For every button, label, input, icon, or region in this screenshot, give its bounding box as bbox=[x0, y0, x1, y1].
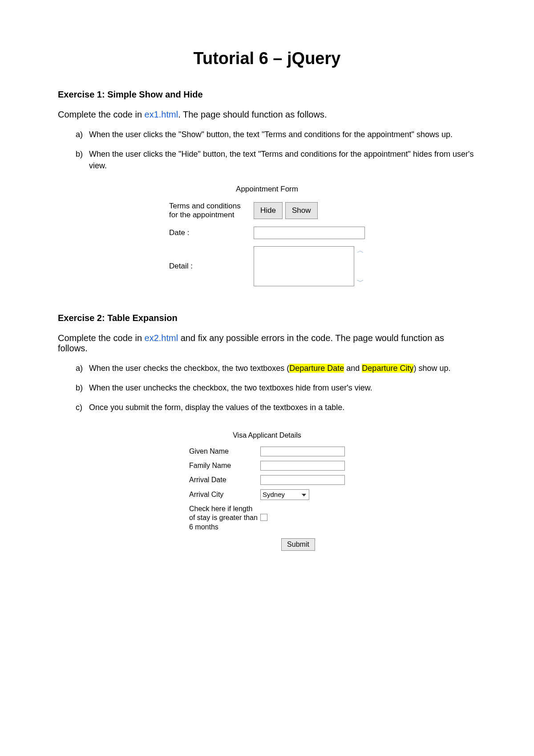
arrival-city-label: Arrival City bbox=[189, 491, 260, 499]
text-part: ) show up. bbox=[413, 364, 450, 373]
appointment-form-title: Appointment Form bbox=[169, 185, 365, 194]
visa-form-title: Visa Applicant Details bbox=[189, 431, 345, 439]
exercise1-intro-after: . The page should function as follows. bbox=[178, 110, 327, 119]
list-item: a) When the user checks the checkbox, th… bbox=[76, 362, 476, 374]
arrival-date-input[interactable] bbox=[260, 475, 345, 485]
submit-button[interactable]: Submit bbox=[281, 538, 315, 551]
visa-form: Visa Applicant Details Given Name Family… bbox=[189, 431, 345, 551]
show-button[interactable]: Show bbox=[285, 202, 318, 219]
text-part: and bbox=[344, 364, 362, 373]
exercise2-heading: Exercise 2: Table Expansion bbox=[58, 313, 476, 323]
list-item: b) When the user unchecks the checkbox, … bbox=[76, 382, 476, 394]
list-text: Once you submit the form, display the va… bbox=[89, 403, 344, 412]
text-part: When the user checks the checkbox, the t… bbox=[89, 364, 289, 373]
list-marker: a) bbox=[76, 362, 83, 374]
terms-row: Terms and conditions for the appointment… bbox=[169, 202, 365, 219]
page-title: Tutorial 6 – jQuery bbox=[58, 49, 476, 68]
date-label: Date : bbox=[169, 228, 254, 237]
list-text: When the user clicks the "Hide" button, … bbox=[89, 150, 473, 170]
arrival-date-row: Arrival Date bbox=[189, 475, 345, 485]
ex1-link[interactable]: ex1.html bbox=[145, 110, 178, 119]
list-text: When the user clicks the "Show" button, … bbox=[89, 130, 453, 139]
detail-row: Detail : ︿ ﹀ bbox=[169, 246, 365, 286]
scroll-down-icon[interactable]: ﹀ bbox=[356, 277, 365, 286]
arrival-city-row: Arrival City Sydney bbox=[189, 489, 345, 500]
family-name-label: Family Name bbox=[189, 462, 260, 470]
exercise2-intro: Complete the code in ex2.html and fix an… bbox=[58, 333, 476, 354]
detail-label: Detail : bbox=[169, 262, 254, 271]
list-item: c) Once you submit the form, display the… bbox=[76, 402, 476, 413]
given-name-label: Given Name bbox=[189, 447, 260, 455]
stay-check-row: Check here if length of stay is greater … bbox=[189, 504, 345, 532]
list-item: b) When the user clicks the "Hide" butto… bbox=[76, 148, 476, 171]
stay-checkbox[interactable] bbox=[260, 514, 267, 521]
arrival-city-value: Sydney bbox=[263, 491, 285, 498]
appointment-form: Appointment Form Terms and conditions fo… bbox=[169, 185, 365, 286]
scroll-up-icon[interactable]: ︿ bbox=[356, 246, 365, 255]
exercise1-heading: Exercise 1: Simple Show and Hide bbox=[58, 89, 476, 100]
list-marker: b) bbox=[76, 382, 83, 394]
given-name-row: Given Name bbox=[189, 447, 345, 456]
ex2-link[interactable]: ex2.html bbox=[145, 333, 178, 343]
list-text: When the user unchecks the checkbox, the… bbox=[89, 383, 372, 392]
submit-row: Submit bbox=[189, 538, 345, 551]
exercise1-list: a) When the user clicks the "Show" butto… bbox=[76, 129, 476, 171]
list-item: a) When the user clicks the "Show" butto… bbox=[76, 129, 476, 140]
family-name-row: Family Name bbox=[189, 461, 345, 471]
detail-textarea[interactable] bbox=[254, 246, 354, 286]
family-name-input[interactable] bbox=[260, 461, 345, 471]
date-input[interactable] bbox=[254, 227, 365, 239]
highlight-departure-city: Departure City bbox=[362, 364, 413, 373]
list-marker: c) bbox=[76, 402, 82, 413]
list-marker: b) bbox=[76, 148, 83, 160]
list-marker: a) bbox=[76, 129, 83, 140]
stay-check-label: Check here if length of stay is greater … bbox=[189, 504, 260, 532]
list-text: When the user checks the checkbox, the t… bbox=[89, 364, 450, 373]
exercise2-list: a) When the user checks the checkbox, th… bbox=[76, 362, 476, 413]
hide-button[interactable]: Hide bbox=[254, 202, 283, 219]
exercise1-intro-before: Complete the code in bbox=[58, 110, 145, 119]
terms-label: Terms and conditions for the appointment bbox=[169, 202, 254, 219]
exercise2-intro-before: Complete the code in bbox=[58, 333, 145, 343]
exercise1-intro: Complete the code in ex1.html. The page … bbox=[58, 110, 476, 120]
highlight-departure-date: Departure Date bbox=[289, 364, 344, 373]
arrival-city-select[interactable]: Sydney bbox=[260, 489, 309, 500]
date-row: Date : bbox=[169, 227, 365, 239]
textarea-scrollbar: ︿ ﹀ bbox=[356, 246, 365, 286]
given-name-input[interactable] bbox=[260, 447, 345, 456]
arrival-date-label: Arrival Date bbox=[189, 476, 260, 484]
